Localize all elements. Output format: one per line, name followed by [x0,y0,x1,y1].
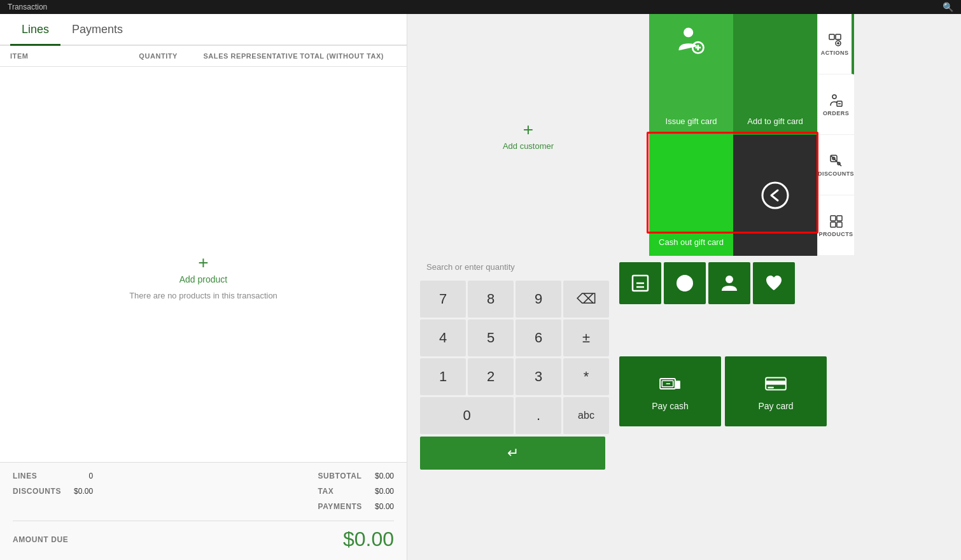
enter-button[interactable]: ↵ [420,437,605,470]
issue-gift-card-button[interactable]: Issue gift card [649,14,733,135]
discounts-value: $0.00 [74,487,93,496]
svg-point-0 [684,27,693,37]
add-product-label: Add product [179,274,228,284]
cash-out-gift-card-label: Cash out gift card [659,237,724,247]
calculator-button[interactable] [619,262,661,304]
left-panel: Lines Payments ITEM QUANTITY SALES REPRE… [0,14,407,560]
svg-point-4 [762,183,788,208]
key-multiply[interactable]: * [563,358,609,395]
key-6[interactable]: 6 [516,319,561,356]
svg-rect-18 [831,222,836,227]
action-grid [619,262,827,349]
enter-icon: ↵ [507,445,519,461]
bottom-totals: LINES 0 DISCOUNTS $0.00 SUBTOTAL $0.00 T… [0,462,407,560]
actions-sidebar: ACTIONS ORDERS [817,14,854,256]
search-icon-top[interactable]: 🔍 [943,2,953,12]
key-2[interactable]: 2 [468,358,514,395]
app-title: Transaction [8,3,47,11]
sidebar-item-products[interactable]: PRODUCTS [818,195,854,256]
pay-buttons-row: Pay cash Pay card [619,356,827,426]
tabs: Lines Payments [0,14,407,46]
key-0[interactable]: 0 [420,397,514,434]
discounts-label: DISCOUNTS [13,487,61,496]
key-8[interactable]: 8 [468,281,514,318]
products-sidebar-label: PRODUCTS [818,231,853,237]
discounts-sidebar-label: DISCOUNTS [818,171,854,177]
amount-due-value: $0.00 [343,528,394,551]
svg-point-10 [832,95,836,99]
add-to-gift-card-button[interactable]: Add to gift card [733,14,817,135]
sidebar-item-orders[interactable]: ORDERS [818,74,854,135]
actions-sidebar-label: ACTIONS [821,50,849,56]
svg-rect-17 [837,216,842,221]
back-button[interactable]: back [733,135,817,256]
svg-rect-5 [829,34,834,39]
key-dot[interactable]: . [516,397,561,434]
key-abc[interactable]: abc [563,397,609,434]
pay-card-label: Pay card [758,401,793,411]
svg-rect-34 [766,381,786,384]
gc-row-2: Cash out gift card back [649,135,817,256]
add-product-plus-icon: + [198,254,208,272]
svg-rect-6 [836,34,841,39]
right-buttons: Pay cash Pay card [619,262,827,426]
key-5[interactable]: 5 [468,319,514,356]
svg-rect-31 [675,381,680,389]
person-button[interactable] [708,262,750,304]
tax-value: $0.00 [375,487,394,496]
svg-rect-16 [831,216,836,221]
no-products-message: There are no products in this transactio… [129,291,277,300]
sidebar-item-discounts[interactable]: DISCOUNTS [818,135,854,195]
key-backspace[interactable]: ⌫ [563,281,609,318]
add-customer-button[interactable]: + Add customer [503,120,554,151]
heart-button[interactable] [753,262,795,304]
globe-button[interactable] [664,262,706,304]
orders-sidebar-label: ORDERS [823,110,849,116]
bottom-section: Search or enter quantity 7 8 9 ⌫ 4 5 6 ±… [407,256,961,560]
lines-label: LINES [13,472,37,480]
search-quantity-label: Search or enter quantity [426,262,515,272]
col-sales-rep: SALES REPRESENTATIVE [203,52,300,60]
cash-out-gift-card-button[interactable]: Cash out gift card [649,135,733,256]
add-customer-label: Add customer [503,141,554,151]
payments-value: $0.00 [375,502,394,511]
add-product-button[interactable]: + Add product [179,254,228,284]
pay-cash-label: Pay cash [652,401,689,411]
totals-left-col: LINES 0 DISCOUNTS $0.00 [13,472,93,499]
main-layout: Lines Payments ITEM QUANTITY SALES REPRE… [0,14,961,560]
numpad-grid: 7 8 9 ⌫ 4 5 6 ± 1 2 3 * 0 . abc [420,281,609,434]
customer-area: + Add customer [407,14,649,256]
tab-lines[interactable]: Lines [10,14,60,46]
gc-row-1: Issue gift card Add to gift card [649,14,817,135]
key-7[interactable]: 7 [420,281,466,318]
payments-label: PAYMENTS [318,502,361,511]
pay-cash-button[interactable]: Pay cash [619,356,721,426]
add-to-gift-card-label: Add to gift card [747,116,803,126]
amount-due-label: AMOUNT DUE [13,535,68,544]
issue-gift-card-label: Issue gift card [666,116,717,126]
svg-rect-19 [837,222,842,227]
top-bar: Transaction 🔍 [0,0,961,14]
lines-value: 0 [88,472,93,480]
pay-card-button[interactable]: Pay card [725,356,827,426]
table-header: ITEM QUANTITY SALES REPRESENTATIVE TOTAL… [0,46,407,67]
key-plusminus[interactable]: ± [563,319,609,356]
key-9[interactable]: 9 [516,281,561,318]
col-item: ITEM [10,52,139,60]
gift-card-grid: Issue gift card Add to gift card Cash ou… [649,14,817,256]
center-right: + Add customer [407,14,961,560]
numpad-wrapper: Search or enter quantity 7 8 9 ⌫ 4 5 6 ±… [420,262,609,470]
subtotal-label: SUBTOTAL [318,472,361,480]
col-quantity: QUANTITY [139,52,203,60]
tab-payments[interactable]: Payments [60,14,134,46]
key-1[interactable]: 1 [420,358,466,395]
sidebar-item-actions[interactable]: ACTIONS [818,14,854,74]
tax-label: TAX [318,487,333,496]
empty-state: + Add product There are no products in t… [0,67,407,462]
svg-rect-35 [768,387,774,388]
col-total: TOTAL (WITHOUT TAX) [300,52,396,60]
key-3[interactable]: 3 [516,358,561,395]
subtotal-value: $0.00 [375,472,394,480]
key-4[interactable]: 4 [420,319,466,356]
totals-right-col: SUBTOTAL $0.00 TAX $0.00 PAYMENTS $0.00 [318,472,394,514]
